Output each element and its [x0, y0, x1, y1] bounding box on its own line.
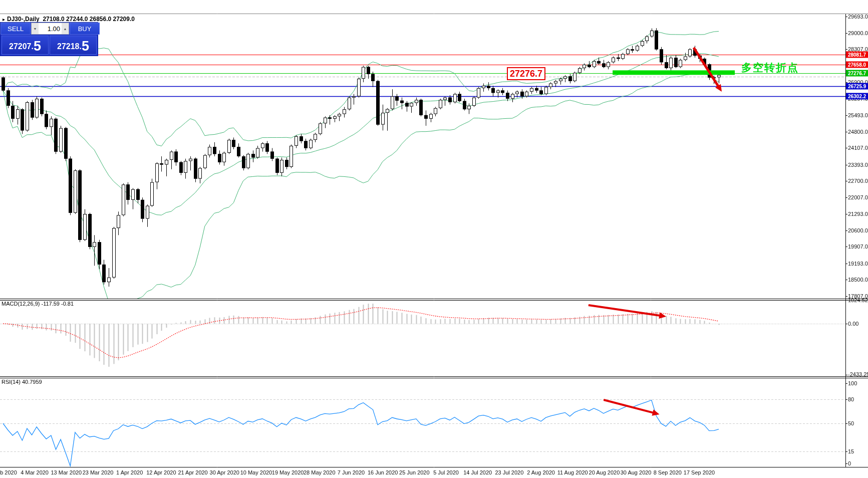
buy-button[interactable]: BUY	[70, 23, 100, 35]
volume-stepper: ▼ ▲	[31, 23, 69, 35]
buy-price-main: 27218.	[57, 40, 82, 53]
volume-increase-button[interactable]: ▲	[62, 23, 69, 34]
one-click-trading-panel: SELL ▼ ▲ BUY 27207.5 27218.5	[0, 22, 98, 56]
price-chart-canvas[interactable]	[0, 0, 868, 478]
sell-price-main: 27207.	[9, 40, 34, 53]
mt4-application-window: ▥◷▤✚新订单✎☁◉◍▪自动交易⊞⇥⇥▦✚▼◷▼▤▼∿▼↖+|—∕∥E≡FAT✥…	[0, 0, 868, 478]
sell-price-frac: 5	[34, 40, 41, 53]
volume-decrease-button[interactable]: ▼	[32, 23, 39, 34]
buy-price-frac: 5	[82, 40, 89, 53]
sell-button[interactable]: SELL	[1, 23, 31, 35]
volume-input[interactable]	[39, 23, 62, 34]
sell-price-display[interactable]: 27207.5	[2, 36, 49, 55]
buy-price-display[interactable]: 27218.5	[50, 36, 97, 55]
